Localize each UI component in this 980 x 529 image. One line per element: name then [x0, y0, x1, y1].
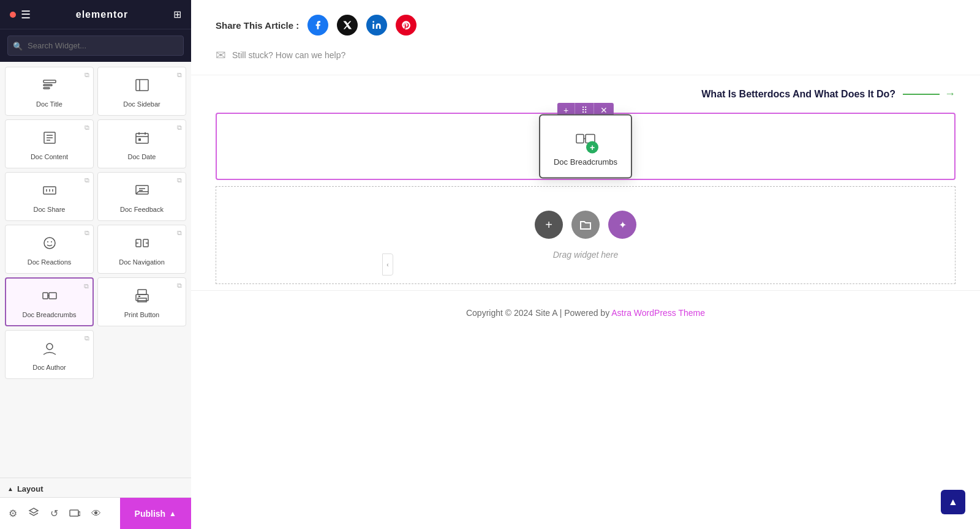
- layout-section: ▲ Layout: [0, 478, 191, 497]
- svg-rect-34: [138, 296, 140, 297]
- folder-button[interactable]: [571, 211, 600, 239]
- svg-rect-37: [70, 510, 78, 516]
- widgets-grid: ⧉ Doc Title ⧉ Doc Sidebar ⧉ Doc Content …: [0, 62, 191, 478]
- widget-doc-navigation-label: Doc Navigation: [119, 258, 165, 266]
- widget-doc-share-label: Doc Share: [34, 205, 66, 214]
- widget-doc-navigation[interactable]: ⧉ Doc Navigation: [97, 225, 186, 274]
- scroll-top-icon: ▲: [948, 497, 958, 508]
- widget-doc-share[interactable]: ⧉ Doc Share: [5, 172, 94, 221]
- svg-marker-36: [29, 508, 38, 513]
- help-bar: ✉ Still stuck? How can we help?: [191, 42, 980, 75]
- doc-date-icon: [134, 129, 151, 149]
- sidebar-header: ☰ elementor ⊞: [0, 0, 191, 29]
- next-article-title[interactable]: What Is Betterdocs And What Does It Do?: [701, 89, 895, 100]
- dragging-icon-wrapper: +: [574, 127, 597, 152]
- widget-doc-sidebar[interactable]: ⧉ Doc Sidebar: [97, 67, 186, 116]
- svg-point-39: [372, 21, 374, 23]
- copy-icon: ⧉: [85, 334, 89, 342]
- widget-doc-date[interactable]: ⧉ Doc Date: [97, 119, 186, 168]
- widget-doc-reactions[interactable]: ⧉ Doc Reactions: [5, 225, 94, 274]
- layers-icon[interactable]: [28, 507, 39, 520]
- scroll-to-top-button[interactable]: ▲: [941, 490, 965, 514]
- publish-button[interactable]: Publish ▲: [120, 498, 191, 530]
- widget-doc-author-label: Doc Author: [32, 363, 66, 372]
- doc-navigation-icon: [134, 234, 151, 254]
- canvas-inner: Share This Article : ✉ Still stuck? How …: [191, 0, 980, 529]
- svg-point-21: [44, 238, 55, 249]
- widget-doc-sidebar-label: Doc Sidebar: [123, 100, 160, 108]
- arrow-line: [903, 94, 940, 95]
- doc-content-icon: [41, 129, 58, 149]
- twitter-x-share-icon[interactable]: [337, 15, 358, 36]
- doc-title-icon: [41, 77, 58, 96]
- copy-icon: ⧉: [177, 229, 182, 237]
- doc-share-icon: [41, 182, 58, 201]
- svg-rect-38: [78, 512, 80, 516]
- footer-text: Copyright © 2024 Site A | Powered by: [466, 308, 611, 318]
- facebook-share-icon[interactable]: [307, 15, 328, 36]
- svg-rect-0: [43, 80, 56, 83]
- empty-dropzone[interactable]: + ✦ Drag widget here: [216, 186, 956, 284]
- widget-doc-title-label: Doc Title: [36, 100, 62, 108]
- settings-icon[interactable]: ⚙: [9, 508, 17, 519]
- search-input[interactable]: [7, 36, 184, 56]
- copy-icon: ⧉: [177, 71, 182, 79]
- doc-feedback-icon: [134, 182, 151, 201]
- copy-icon: ⧉: [85, 229, 89, 237]
- svg-rect-3: [136, 80, 148, 91]
- elementor-logo: elementor: [76, 9, 128, 20]
- widget-print-button[interactable]: ⧉ Print Button: [97, 277, 186, 326]
- copy-icon: ⧉: [177, 124, 182, 132]
- canvas: Share This Article : ✉ Still stuck? How …: [191, 0, 980, 529]
- history-icon[interactable]: ↺: [50, 508, 58, 519]
- magic-button[interactable]: ✦: [608, 211, 636, 239]
- linkedin-share-icon[interactable]: [366, 15, 387, 36]
- drop-actions: + ✦: [535, 211, 636, 239]
- widget-doc-feedback[interactable]: ⧉ Doc Feedback: [97, 172, 186, 221]
- widget-doc-content[interactable]: ⧉ Doc Content: [5, 119, 94, 168]
- pinterest-share-icon[interactable]: [396, 15, 417, 36]
- drag-hint: Drag widget here: [553, 250, 619, 260]
- help-text: Still stuck? How can we help?: [232, 50, 345, 60]
- publish-expand-icon: ▲: [169, 509, 176, 518]
- svg-rect-33: [138, 298, 146, 302]
- doc-sidebar-icon: [134, 77, 151, 96]
- copy-icon: ⧉: [85, 71, 89, 79]
- hamburger-menu-icon[interactable]: ☰: [21, 8, 31, 21]
- macos-dot: [10, 12, 16, 18]
- svg-rect-31: [138, 290, 146, 295]
- layout-chevron-icon: ▲: [7, 486, 13, 492]
- preview-icon[interactable]: 👁: [91, 508, 101, 519]
- add-badge: +: [586, 141, 598, 154]
- widget-print-button-label: Print Button: [124, 310, 159, 319]
- breadcrumb-dropzone: + ⠿ ✕ + Doc Breadcrumbs: [216, 113, 956, 180]
- copy-icon: ⧉: [177, 176, 182, 184]
- svg-rect-40: [576, 135, 584, 143]
- svg-point-35: [47, 343, 53, 350]
- svg-rect-1: [43, 84, 52, 86]
- share-label: Share This Article :: [216, 20, 299, 31]
- add-widget-button[interactable]: +: [535, 211, 563, 239]
- doc-breadcrumbs-icon: [41, 287, 58, 307]
- apps-grid-icon[interactable]: ⊞: [173, 9, 181, 20]
- widget-doc-title[interactable]: ⧉ Doc Title: [5, 67, 94, 116]
- help-icon: ✉: [216, 48, 226, 62]
- search-icon: 🔍: [13, 41, 23, 50]
- search-bar: 🔍: [0, 29, 191, 62]
- canvas-footer: Copyright © 2024 Site A | Powered by Ast…: [191, 290, 980, 335]
- widget-doc-feedback-label: Doc Feedback: [120, 205, 164, 214]
- svg-point-23: [51, 241, 52, 242]
- copy-icon: ⧉: [84, 282, 89, 290]
- widget-doc-breadcrumbs[interactable]: ⧉ Doc Breadcrumbs: [5, 277, 94, 326]
- responsive-icon[interactable]: [69, 507, 80, 520]
- sidebar-collapse-toggle[interactable]: ‹: [382, 253, 393, 276]
- widget-doc-breadcrumbs-label: Doc Breadcrumbs: [22, 310, 76, 319]
- layout-header[interactable]: ▲ Layout: [7, 484, 184, 493]
- bottom-toolbar: ⚙ ↺ 👁 Publish ▲: [0, 497, 191, 529]
- widget-doc-date-label: Doc Date: [128, 152, 156, 161]
- svg-point-22: [47, 241, 48, 242]
- widget-doc-author[interactable]: ⧉ Doc Author: [5, 330, 94, 379]
- footer-link[interactable]: Astra WordPress Theme: [611, 308, 705, 318]
- doc-reactions-icon: [41, 234, 58, 254]
- widget-doc-reactions-label: Doc Reactions: [28, 258, 72, 266]
